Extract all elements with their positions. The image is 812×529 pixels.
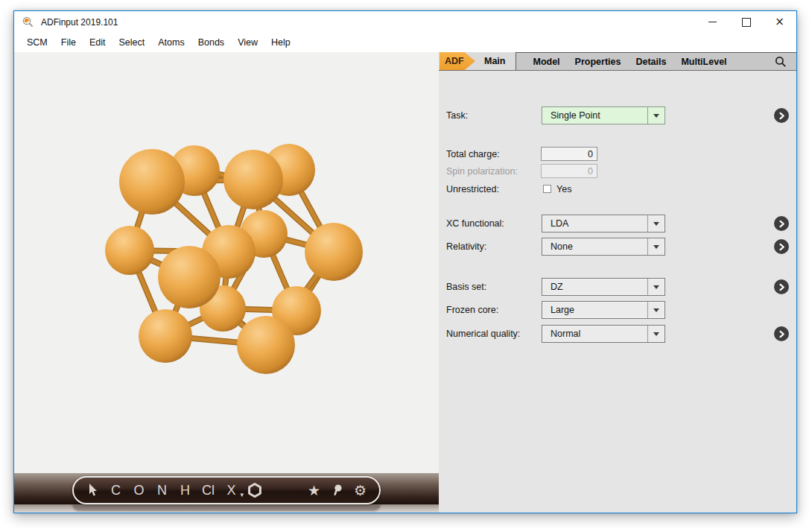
element-button-c[interactable]: C bbox=[104, 479, 127, 501]
basis-set-dropdown-button[interactable] bbox=[647, 279, 664, 295]
menu-atoms[interactable]: Atoms bbox=[151, 35, 191, 50]
tab-group: ModelPropertiesDetailsMultiLevel bbox=[516, 52, 796, 70]
total-charge-input[interactable] bbox=[541, 147, 597, 161]
basis-set-detail-button[interactable] bbox=[774, 279, 789, 294]
task-row: Task: Single Point bbox=[439, 107, 796, 124]
atom-sphere[interactable] bbox=[158, 246, 221, 308]
maximize-button[interactable] bbox=[729, 11, 763, 33]
adf-tab-label: ADF bbox=[445, 56, 464, 66]
adf-method-tab[interactable]: ADF bbox=[440, 52, 475, 70]
panel-tab-bar: ADF Main ModelPropertiesDetailsMultiLeve… bbox=[439, 52, 796, 71]
frozen-core-label: Frozen core: bbox=[446, 301, 498, 319]
numerical-quality-value: Normal bbox=[542, 326, 647, 342]
chevron-right-icon bbox=[778, 283, 786, 291]
title-bar[interactable]: ADFinput 2019.101 × bbox=[14, 11, 796, 33]
element-toolbar: CONHClX▾ ★ bbox=[72, 476, 381, 504]
xc-functional-label: XC functional: bbox=[446, 215, 504, 232]
numerical-quality-detail-button[interactable] bbox=[774, 326, 789, 341]
main-tab-label: Main bbox=[484, 56, 505, 66]
tab-details[interactable]: Details bbox=[628, 57, 673, 67]
window-controls: × bbox=[696, 11, 796, 33]
task-detail-button[interactable] bbox=[774, 108, 789, 123]
close-button[interactable]: × bbox=[763, 11, 796, 33]
element-buttons: CONHClX▾ bbox=[104, 479, 243, 501]
gear-icon: ⚙ bbox=[354, 482, 367, 498]
xc-functional-value: LDA bbox=[542, 215, 647, 232]
xc-functional-detail-button[interactable] bbox=[774, 216, 789, 231]
pin-tool-button[interactable] bbox=[326, 479, 349, 501]
chevron-down-icon bbox=[653, 222, 659, 226]
app-window: ADFinput 2019.101 × SCMFileEditSelectAto… bbox=[13, 10, 797, 513]
numerical-quality-dropdown[interactable]: Normal bbox=[542, 325, 665, 343]
atom-sphere[interactable] bbox=[139, 309, 192, 363]
numerical-quality-dropdown-button[interactable] bbox=[647, 326, 664, 342]
desktop: ADFinput 2019.101 × SCMFileEditSelectAto… bbox=[0, 0, 812, 529]
chevron-right-icon bbox=[778, 243, 786, 251]
toolbar-reflection bbox=[72, 504, 381, 511]
numerical-quality-row: Numerical quality: Normal bbox=[439, 325, 796, 343]
menu-help[interactable]: Help bbox=[264, 35, 297, 50]
ring-tool-button[interactable] bbox=[243, 479, 266, 501]
atom-sphere[interactable] bbox=[223, 150, 283, 209]
molecule-3d-view[interactable] bbox=[14, 52, 439, 473]
atom-sphere[interactable] bbox=[305, 223, 363, 281]
minimize-button[interactable] bbox=[696, 11, 729, 33]
xc-functional-dropdown-button[interactable] bbox=[647, 215, 664, 232]
structures-tool-button[interactable]: ★ bbox=[302, 479, 326, 501]
element-button-h[interactable]: H bbox=[174, 479, 197, 501]
input-panel: ADF Main ModelPropertiesDetailsMultiLeve… bbox=[439, 52, 796, 513]
xc-functional-row: XC functional: LDA bbox=[439, 215, 796, 232]
tab-multilevel[interactable]: MultiLevel bbox=[673, 57, 734, 67]
maximize-icon bbox=[742, 18, 751, 27]
relativity-label: Relativity: bbox=[446, 238, 486, 256]
xc-functional-dropdown[interactable]: LDA bbox=[542, 215, 665, 232]
element-button-cl[interactable]: Cl bbox=[197, 479, 220, 501]
menu-scm[interactable]: SCM bbox=[20, 35, 54, 50]
search-button[interactable] bbox=[773, 54, 789, 70]
task-value: Single Point bbox=[542, 107, 647, 124]
settings-tool-button[interactable]: ⚙ bbox=[349, 479, 372, 501]
tab-properties[interactable]: Properties bbox=[568, 57, 629, 67]
pin-icon bbox=[332, 484, 343, 497]
relativity-value: None bbox=[542, 238, 647, 255]
tab-model[interactable]: Model bbox=[525, 57, 567, 67]
task-label: Task: bbox=[446, 107, 468, 124]
chevron-down-icon bbox=[653, 245, 659, 249]
relativity-dropdown-button[interactable] bbox=[647, 238, 664, 255]
frozen-core-dropdown-button[interactable] bbox=[647, 302, 664, 318]
relativity-detail-button[interactable] bbox=[774, 239, 789, 254]
cursor-tool-button[interactable] bbox=[81, 479, 104, 501]
basis-set-dropdown[interactable]: DZ bbox=[542, 278, 665, 296]
atom-sphere[interactable] bbox=[237, 316, 295, 374]
frozen-core-dropdown[interactable]: Large bbox=[542, 301, 665, 319]
atom-sphere[interactable] bbox=[119, 149, 185, 215]
molecule-viewer[interactable]: CONHClX▾ ★ bbox=[14, 52, 439, 513]
menu-bonds[interactable]: Bonds bbox=[191, 35, 231, 50]
scm-logo-icon bbox=[22, 16, 35, 29]
chevron-down-icon bbox=[653, 332, 659, 336]
main-content: CONHClX▾ ★ bbox=[14, 52, 796, 513]
element-button-o[interactable]: O bbox=[127, 479, 150, 501]
menu-edit[interactable]: Edit bbox=[83, 35, 112, 50]
menu-file[interactable]: File bbox=[54, 35, 83, 50]
menu-view[interactable]: View bbox=[231, 35, 264, 50]
total-charge-row: Total charge: bbox=[439, 145, 796, 163]
chevron-down-icon bbox=[653, 114, 659, 118]
spin-polarization-input bbox=[541, 164, 597, 178]
unrestricted-label: Unrestricted: bbox=[446, 180, 499, 198]
total-charge-label: Total charge: bbox=[446, 145, 500, 163]
unrestricted-checkbox[interactable] bbox=[543, 185, 551, 193]
menu-select[interactable]: Select bbox=[112, 35, 151, 50]
menu-bar: SCMFileEditSelectAtomsBondsViewHelp bbox=[14, 33, 796, 52]
element-button-x[interactable]: X▾ bbox=[220, 479, 243, 501]
minimize-icon bbox=[708, 22, 717, 22]
element-button-n[interactable]: N bbox=[150, 479, 174, 501]
atom-sphere[interactable] bbox=[105, 226, 154, 275]
unrestricted-row: Unrestricted: Yes bbox=[439, 180, 796, 198]
task-dropdown[interactable]: Single Point bbox=[542, 107, 665, 124]
tab-main[interactable]: Main bbox=[475, 52, 516, 70]
unrestricted-checkbox-label: Yes bbox=[556, 180, 571, 198]
relativity-dropdown[interactable]: None bbox=[542, 238, 665, 256]
task-dropdown-button[interactable] bbox=[647, 107, 664, 124]
spin-polarization-row: Spin polarization: bbox=[439, 162, 796, 180]
